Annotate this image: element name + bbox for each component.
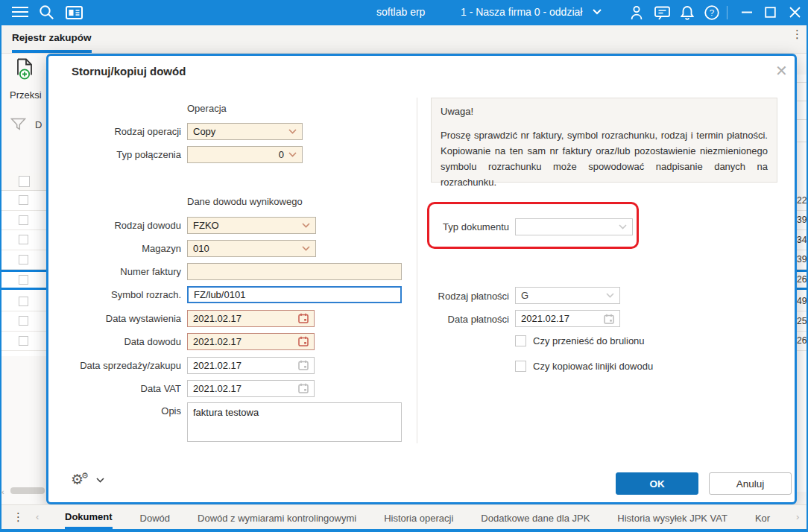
table-row[interactable] (1, 292, 46, 312)
warning-body: Proszę sprawdzić nr faktury, symbol rozr… (441, 127, 768, 190)
scroll-left-icon[interactable]: ‹ (1, 487, 4, 496)
symbol-rozrach-label: Symbol rozrach. (48, 289, 181, 300)
calendar-icon[interactable] (298, 336, 309, 346)
rodzaj-operacji-label: Rodzaj operacji (48, 126, 181, 137)
filter-funnel-icon[interactable] (10, 118, 26, 130)
section-operacja: Operacja (187, 103, 227, 114)
maximize-button[interactable] (765, 7, 776, 18)
typ-polaczenia-value: 0 (193, 149, 288, 160)
checkbox-row-brulion[interactable]: Czy przenieść do brulionu (515, 335, 645, 346)
user-icon[interactable] (630, 5, 643, 20)
tab-dowod-wymiary[interactable]: Dowód z wymiarami kontrolingowymi (198, 507, 356, 528)
tab-dodatkowe-jpk[interactable]: Dodatkowe dane dla JPK (481, 507, 590, 528)
select-all-checkbox[interactable] (19, 176, 30, 187)
search-icon[interactable] (39, 4, 54, 20)
company-selector[interactable]: 1 - Nasza firma 0 - oddział (461, 6, 602, 18)
table-cell-number: 25 (797, 311, 807, 332)
table-row[interactable] (1, 332, 46, 352)
bottom-kebab-icon[interactable]: ⋮ (13, 510, 24, 524)
news-register-icon[interactable] (66, 6, 83, 19)
czy-przeniesc-checkbox[interactable] (515, 335, 526, 346)
new-document-icon[interactable] (15, 58, 35, 80)
symbol-rozrach-input[interactable] (187, 286, 402, 303)
ok-button[interactable]: OK (616, 472, 698, 495)
calendar-icon[interactable] (604, 314, 614, 324)
calendar-icon[interactable] (298, 383, 309, 393)
tab-dokument[interactable]: Dokument (65, 505, 113, 530)
czy-kopiowac-checkbox[interactable] (515, 361, 526, 372)
company-selector-label: 1 - Nasza firma 0 - oddział (461, 6, 582, 18)
typ-dokumentu-select[interactable] (515, 218, 633, 235)
tabs-scroll-right-icon[interactable]: › (796, 511, 799, 522)
data-dowodu-value: 2021.02.17 (193, 336, 242, 347)
chevron-down-icon (619, 224, 627, 229)
rodzaj-platnosci-select[interactable]: G (515, 287, 620, 304)
magazyn-select[interactable]: 010 (187, 240, 316, 257)
data-wystawienia-input[interactable]: 2021.02.17 (187, 310, 315, 327)
form-row-rodzaj-operacji: Rodzaj operacji Copy (48, 122, 303, 140)
minimize-button[interactable] (742, 11, 752, 13)
form-row-data-vat: Data VAT 2021.02.17 (48, 379, 315, 397)
dialog-close-icon[interactable]: ✕ (775, 63, 788, 78)
table-row[interactable] (1, 211, 46, 231)
typ-dokumentu-label: Typ dokumentu (397, 221, 509, 232)
tab-options-kebab-icon[interactable]: ⋮ (792, 31, 803, 37)
opis-textarea[interactable]: faktura testowa (187, 402, 402, 442)
numer-faktury-input[interactable] (187, 263, 402, 280)
dialog-settings-menu[interactable]: ⚙ ⚙ (71, 472, 104, 488)
table-row[interactable] (1, 250, 46, 270)
close-window-button[interactable] (789, 7, 801, 18)
data-dowodu-input[interactable]: 2021.02.17 (187, 333, 315, 350)
table-cell-number: 39 (797, 211, 807, 231)
data-vat-input[interactable]: 2021.02.17 (187, 380, 315, 397)
typ-polaczenia-select[interactable]: 0 (187, 146, 303, 163)
rodzaj-dowodu-select[interactable]: FZKO (187, 217, 316, 234)
cancel-button[interactable]: Anuluj (709, 472, 792, 495)
app-window: softlab erp 1 - Nasza firma 0 - oddział … (0, 0, 808, 532)
form-row-data-sprzedazy: Data sprzedaży/zakupu 2021.02.17 (48, 356, 315, 374)
data-wystawienia-label: Data wystawienia (48, 313, 181, 324)
help-icon[interactable]: ? (704, 5, 719, 20)
rodzaj-platnosci-label: Rodzaj płatności (397, 291, 509, 302)
calendar-icon[interactable] (298, 313, 309, 323)
data-vat-label: Data VAT (48, 383, 181, 394)
table-row-selected[interactable] (1, 270, 46, 290)
table-row[interactable] (1, 311, 46, 332)
magazyn-label: Magazyn (48, 243, 181, 254)
tab-korekty[interactable]: Kor (755, 507, 770, 528)
calendar-icon[interactable] (298, 360, 309, 370)
warning-title: Uwaga! (441, 106, 768, 117)
checkbox-row-linijki[interactable]: Czy kopiować linijki dowodu (515, 361, 653, 372)
hamburger-menu-icon[interactable] (12, 6, 28, 18)
data-sprzedazy-input[interactable]: 2021.02.17 (187, 357, 315, 374)
tabs-scroll-left-icon[interactable]: ‹ (36, 511, 39, 522)
tab-rejestr-zakupow[interactable]: Rejestr zakupów (12, 32, 92, 53)
rodzaj-operacji-select[interactable]: Copy (187, 123, 303, 140)
data-platnosci-label: Data płatności (397, 314, 509, 325)
data-platnosci-input[interactable]: 2021.02.17 (515, 310, 620, 327)
chevron-down-icon (302, 223, 310, 228)
chat-icon[interactable] (654, 6, 670, 20)
toolbar-przeksieguj-label[interactable]: Przeksi (10, 89, 42, 101)
column-divider (417, 98, 417, 443)
tab-historia-jpk-vat[interactable]: Historia wysyłek JPK VAT (617, 507, 727, 528)
section-dane-dowodu: Dane dowodu wynikowego (187, 196, 303, 207)
rodzaj-operacji-value: Copy (193, 126, 215, 137)
data-dowodu-label: Data dowodu (48, 336, 181, 347)
czy-przeniesc-label: Czy przenieść do brulionu (533, 335, 645, 346)
bell-icon[interactable] (681, 5, 694, 20)
table-cell-number-selected: 26 (797, 270, 807, 290)
table-row[interactable] (1, 191, 46, 211)
opis-label: Opis (48, 402, 181, 417)
tab-historia-operacji[interactable]: Historia operacji (384, 507, 453, 528)
form-row-data-dowodu: Data dowodu 2021.02.17 (48, 332, 315, 350)
table-row[interactable] (1, 230, 46, 250)
numer-faktury-label: Numer faktury (48, 266, 181, 277)
warning-box: Uwaga! Proszę sprawdzić nr faktury, symb… (431, 98, 777, 183)
table-cell-number: 22 (797, 191, 807, 211)
tab-dowod[interactable]: Dowód (140, 507, 170, 528)
horizontal-scrollbar[interactable] (10, 487, 45, 494)
magazyn-value: 010 (193, 243, 209, 254)
data-sprzedazy-label: Data sprzedaży/zakupu (48, 360, 181, 371)
filter-field-text[interactable]: D (35, 119, 42, 130)
